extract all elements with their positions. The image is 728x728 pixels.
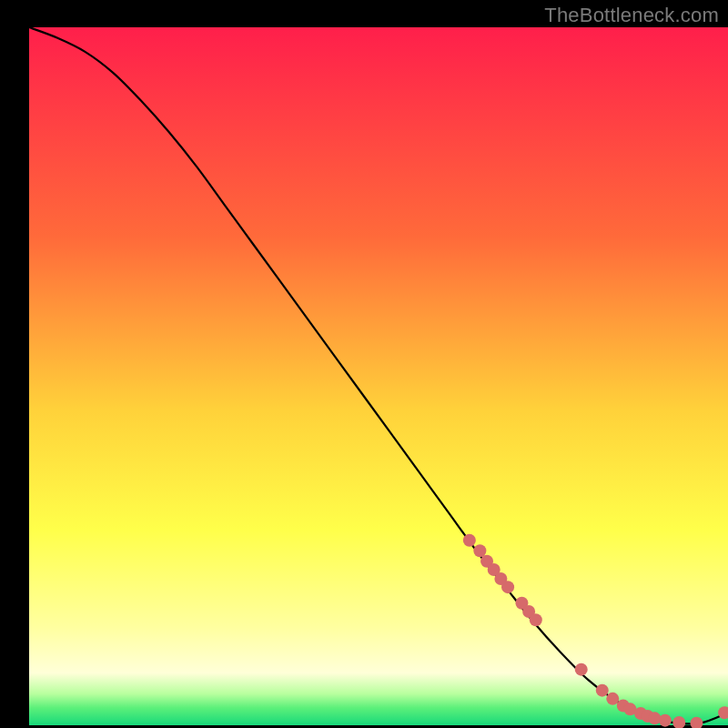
gpu-point [648,712,661,724]
gpu-point [606,693,619,705]
gpu-point [575,663,588,676]
plot-background [29,27,728,725]
gpu-point [530,613,542,626]
watermark: TheBottleneck.com [544,4,719,27]
chart-svg [0,0,728,728]
gpu-point [473,544,486,557]
gpu-point [596,684,609,697]
chart-stage: { "watermark": "TheBottleneck.com", "cha… [0,0,728,728]
gpu-point [501,581,514,593]
gpu-point [463,534,476,547]
gpu-point [659,714,672,727]
